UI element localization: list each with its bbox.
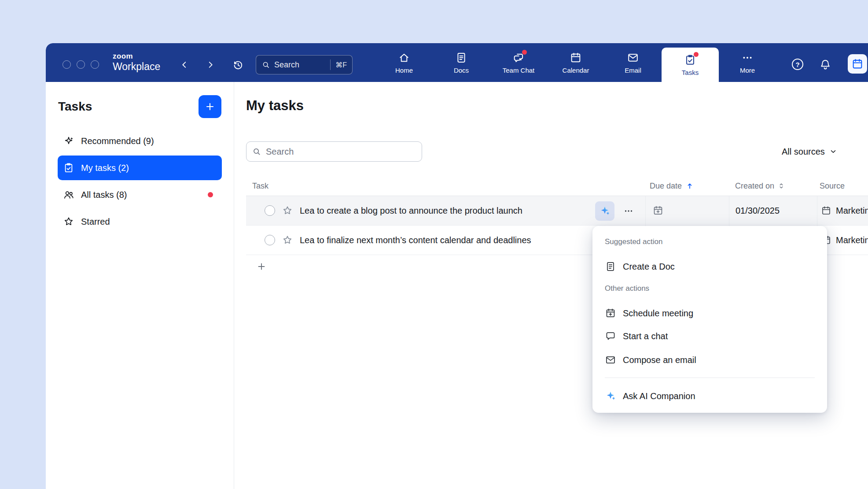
window-control-close[interactable] [63, 60, 71, 69]
search-shortcut: ⌘F [330, 59, 347, 70]
topbar-right-actions: ? [792, 58, 831, 70]
plus-icon [256, 261, 267, 272]
sidebar-item-starred[interactable]: Starred [58, 209, 222, 234]
forward-button[interactable] [206, 60, 215, 70]
calendar-plus-icon [605, 307, 616, 319]
calendar-plus-icon [652, 205, 664, 216]
sidebar-item-recommended[interactable]: Recommended (9) [58, 129, 222, 153]
menu-item-compose-email[interactable]: Compose an email [605, 352, 815, 368]
history-nav [180, 60, 215, 70]
menu-item-label: Ask AI Companion [623, 391, 695, 401]
window-control-minimize[interactable] [77, 60, 85, 69]
tasks-sidebar: Tasks Recommended (9) My tasks (2) [46, 82, 234, 489]
sidebar-title: Tasks [58, 100, 92, 114]
sidebar-item-label: All tasks (8) [81, 190, 127, 200]
star-icon[interactable] [282, 205, 293, 216]
notifications-button[interactable] [819, 58, 831, 70]
question-icon: ? [795, 61, 799, 68]
nav-tab-more[interactable]: More [719, 43, 776, 82]
nav-tab-label: Tasks [682, 69, 699, 76]
top-bar: zoom Workplace Search ⌘F Home [46, 43, 868, 82]
menu-item-create-doc[interactable]: Create a Doc [605, 259, 815, 274]
menu-item-schedule-meeting[interactable]: Schedule meeting [605, 305, 815, 321]
column-header-created-on[interactable]: Created on [729, 182, 817, 191]
source-value: Marketing [836, 206, 868, 216]
menu-item-label: Create a Doc [623, 262, 675, 272]
help-button[interactable]: ? [792, 59, 803, 70]
ellipsis-icon [623, 206, 634, 216]
nav-tab-email[interactable]: Email [604, 43, 662, 82]
task-row-1[interactable]: Lea to create a blog post to announce th… [246, 196, 868, 226]
task-title: Lea to finalize next month’s content cal… [300, 235, 531, 245]
clipboard-check-icon [63, 162, 74, 174]
email-icon [627, 52, 639, 64]
menu-item-label: Start a chat [623, 331, 668, 341]
source-value: Marketing [836, 235, 868, 245]
tasks-search-input[interactable] [266, 147, 416, 157]
due-date-cell[interactable] [645, 196, 729, 225]
calendar-date-widget[interactable] [848, 54, 867, 74]
recents-button[interactable] [232, 59, 244, 71]
created-on-cell: 01/30/2025 [729, 196, 817, 225]
star-icon[interactable] [282, 234, 293, 246]
nav-tab-docs[interactable]: Docs [433, 43, 490, 82]
more-icon [741, 52, 754, 64]
ai-companion-button[interactable] [595, 201, 614, 221]
zoom-workplace-logo: zoom Workplace [113, 52, 160, 72]
email-icon [605, 354, 616, 366]
nav-tab-label: More [740, 67, 755, 74]
nav-tab-team-chat[interactable]: Team Chat [490, 43, 547, 82]
chat-bubble-icon [605, 330, 616, 342]
sources-filter-dropdown[interactable]: All sources [782, 141, 837, 162]
logo-zoom-text: zoom [113, 52, 160, 61]
sources-filter-value: All sources [782, 147, 825, 157]
logo-workplace-text: Workplace [113, 61, 160, 72]
star-icon [63, 216, 74, 227]
sidebar-item-my-tasks[interactable]: My tasks (2) [58, 156, 222, 180]
calendar-icon [851, 58, 864, 70]
task-cell: Lea to finalize next month’s content cal… [246, 226, 645, 255]
calendar-icon [821, 205, 831, 216]
back-button[interactable] [180, 60, 189, 70]
menu-item-label: Compose an email [623, 355, 696, 365]
task-title: Lea to create a blog post to announce th… [300, 206, 522, 216]
source-cell: Marketing [817, 196, 868, 225]
menu-item-start-chat[interactable]: Start a chat [605, 328, 815, 344]
tasks-search[interactable] [246, 141, 422, 162]
add-task-button[interactable] [199, 95, 221, 118]
suggested-action-label: Suggested action [605, 237, 815, 246]
sidebar-list: Recommended (9) My tasks (2) All tasks (… [58, 129, 222, 234]
menu-item-ask-ai-companion[interactable]: Ask AI Companion [605, 388, 815, 404]
global-search[interactable]: Search ⌘F [256, 55, 353, 74]
nav-tab-tasks[interactable]: Tasks [662, 48, 719, 82]
sidebar-item-all-tasks[interactable]: All tasks (8) [58, 182, 222, 207]
table-header-row: Task Due date Created on Source [246, 176, 868, 196]
task-complete-checkbox[interactable] [265, 205, 275, 216]
task-actions-popover: Suggested action Create a Doc Other acti… [592, 226, 827, 413]
nav-tab-label: Home [395, 67, 413, 74]
chevron-down-icon [829, 148, 837, 156]
task-complete-checkbox[interactable] [265, 235, 275, 245]
home-icon [398, 52, 410, 64]
chevron-left-icon [180, 60, 189, 70]
nav-tab-home[interactable]: Home [375, 43, 433, 82]
doc-icon [605, 261, 616, 272]
top-nav-tabs: Home Docs Team Chat Calendar [375, 43, 776, 82]
row-more-button[interactable] [622, 205, 635, 217]
page-title: My tasks [246, 98, 304, 114]
column-header-due-date[interactable]: Due date [645, 182, 729, 191]
task-cell: Lea to create a blog post to announce th… [246, 196, 645, 225]
ai-sparkle-icon [605, 390, 616, 402]
nav-tab-calendar[interactable]: Calendar [547, 43, 604, 82]
global-search-placeholder: Search [274, 60, 299, 70]
people-icon [63, 189, 74, 200]
column-header-source[interactable]: Source [817, 182, 868, 191]
chevron-right-icon [206, 60, 215, 70]
history-icon [232, 59, 244, 71]
tasks-notification-dot [694, 52, 699, 57]
all-tasks-notification-dot [208, 192, 213, 197]
window-control-maximize[interactable] [91, 60, 99, 69]
column-header-task[interactable]: Task [246, 182, 645, 191]
search-icon [261, 60, 270, 69]
nav-tab-label: Team Chat [503, 67, 535, 74]
